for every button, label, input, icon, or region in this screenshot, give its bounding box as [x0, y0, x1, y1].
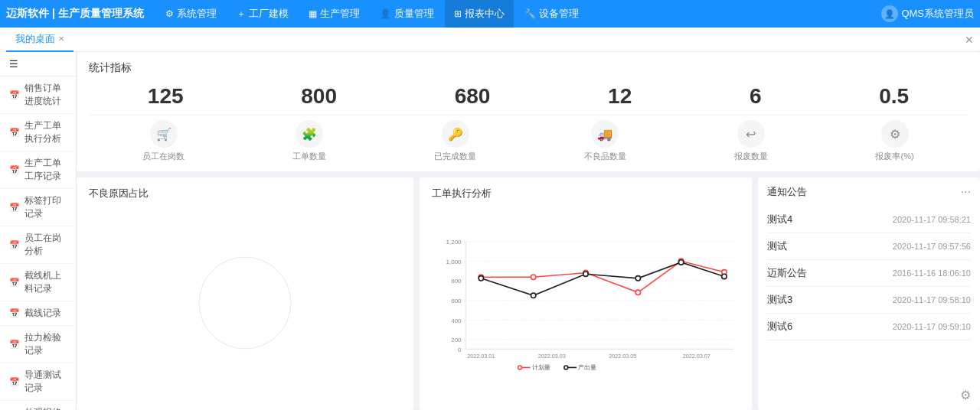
- svg-text:产出量: 产出量: [578, 364, 596, 371]
- stat-label-5: 报废率(%): [875, 151, 913, 162]
- calendar-icon-8: 📅: [9, 340, 20, 350]
- system-icon: ⚙: [165, 8, 174, 19]
- nav-factory[interactable]: ＋ 工厂建模: [227, 0, 298, 28]
- svg-text:2022.03.07: 2022.03.07: [683, 353, 710, 360]
- scrap-rate-icon: ⚙: [881, 120, 909, 148]
- workorder-chart-area: 1,200 1,000 800 600 400: [432, 207, 740, 399]
- stat-item-3: 🚚 不良品数量: [584, 120, 626, 162]
- tab-bar-close-icon[interactable]: ✕: [965, 34, 974, 46]
- sidebar-item-production-record[interactable]: 📅 生产工单工序记录: [0, 151, 76, 189]
- notification-title-2: 迈斯公告: [767, 266, 807, 280]
- main-nav: ⚙ 系统管理 ＋ 工厂建模 ▦ 生产管理 👤 质量管理 ⊞ 报表中心 🔧 设备管…: [156, 0, 881, 28]
- calendar-icon-9: 📅: [9, 377, 20, 387]
- svg-text:800: 800: [451, 278, 462, 285]
- nav-equipment[interactable]: 🔧 设备管理: [515, 0, 588, 28]
- svg-text:200: 200: [451, 337, 462, 343]
- notification-time-1: 2020-11-17 09:57:56: [893, 242, 971, 251]
- report-icon: ⊞: [454, 8, 462, 19]
- sidebar-item-appearance[interactable]: 📅 外观报修记录: [0, 401, 76, 410]
- tab-close-icon[interactable]: ✕: [58, 34, 64, 43]
- sidebar-item-label-print[interactable]: 📅 标签打印记录: [0, 189, 76, 226]
- workorder-icon: 🧩: [296, 120, 323, 148]
- quality-icon: 👤: [380, 8, 391, 19]
- notification-item-2[interactable]: 迈斯公告 2016-11-16 18:06:10: [767, 260, 971, 287]
- svg-text:0: 0: [458, 347, 462, 353]
- user-info[interactable]: 👤 QMS系统管理员: [881, 5, 974, 22]
- tab-dashboard[interactable]: 我的桌面 ✕: [6, 28, 74, 52]
- nav-quality[interactable]: 👤 质量管理: [371, 0, 443, 28]
- svg-point-33: [518, 366, 522, 369]
- stat-value-0: 125: [148, 84, 184, 109]
- stat-value-4: 6: [750, 84, 762, 109]
- notification-item-4[interactable]: 测试6 2020-11-17 09:59:10: [767, 314, 971, 340]
- sidebar-item-employee[interactable]: 📅 员工在岗分析: [0, 226, 76, 264]
- notification-title: 通知公告: [767, 185, 807, 199]
- defect-chart-area: [89, 207, 401, 399]
- svg-point-30: [678, 260, 683, 265]
- stat-value-1: 800: [301, 84, 337, 109]
- stats-title: 统计指标: [89, 61, 968, 75]
- stat-value-3: 12: [608, 84, 632, 109]
- sidebar-item-production-exec[interactable]: 📅 生产工单执行分析: [0, 114, 76, 151]
- sidebar-item-tension[interactable]: 📅 拉力检验记录: [0, 326, 76, 363]
- sidebar-item-wire-cut[interactable]: 📅 截线记录: [0, 301, 76, 326]
- app-logo: 迈斯软件 | 生产质量管理系统: [6, 7, 144, 21]
- calendar-icon-7: 📅: [9, 308, 20, 318]
- stats-divider: [89, 115, 968, 116]
- notification-item-1[interactable]: 测试 2020-11-17 09:57:56: [767, 233, 971, 260]
- main-layout: ☰ 📅 销售订单进度统计 📅 生产工单执行分析 📅 生产工单工序记录 📅 标签打…: [0, 52, 980, 410]
- workorder-title: 工单执行分析: [432, 187, 740, 200]
- svg-point-36: [564, 366, 568, 369]
- stats-icons: 🛒 员工在岗数 🧩 工单数量 🔑 已完成数量 🚚 不良品数量 ↩ 报: [89, 120, 968, 162]
- svg-text:计划量: 计划量: [532, 364, 550, 371]
- notification-item-0[interactable]: 测试4 2020-11-17 09:58:21: [767, 207, 971, 233]
- app-header: 迈斯软件 | 生产质量管理系统 ⚙ 系统管理 ＋ 工厂建模 ▦ 生产管理 👤 质…: [0, 0, 980, 28]
- notification-panel: 通知公告 ··· 测试4 2020-11-17 09:58:21 测试 2020…: [758, 177, 980, 410]
- avatar: 👤: [881, 5, 898, 22]
- svg-point-23: [635, 290, 640, 294]
- settings-gear-icon[interactable]: ⚙: [960, 388, 971, 402]
- svg-text:2022.03.01: 2022.03.01: [467, 353, 495, 360]
- employee-icon: 🛒: [150, 120, 178, 148]
- stat-label-3: 不良品数量: [584, 151, 626, 162]
- notification-item-3[interactable]: 测试3 2020-11-17 09:58:10: [767, 287, 971, 314]
- stat-label-0: 员工在岗数: [142, 151, 185, 162]
- stat-item-0: 🛒 员工在岗数: [142, 120, 185, 162]
- equipment-icon: 🔧: [524, 8, 536, 19]
- nav-report[interactable]: ⊞ 报表中心: [445, 0, 514, 28]
- sidebar-item-conduction[interactable]: 📅 导通测试记录: [0, 363, 76, 401]
- svg-point-0: [199, 257, 291, 349]
- stat-item-5: ⚙ 报废率(%): [875, 120, 913, 162]
- stats-panel: 统计指标 125 800 680 12 6 0.5 🛒 员工在岗数 🧩 工单数量: [77, 52, 980, 171]
- bottom-panels: 不良原因占比 工单执行分析: [77, 177, 980, 410]
- svg-point-31: [722, 274, 727, 278]
- defect-chart: [161, 234, 329, 372]
- calendar-icon-2: 📅: [9, 128, 20, 138]
- nav-production[interactable]: ▦ 生产管理: [299, 0, 369, 28]
- notification-time-3: 2020-11-17 09:58:10: [893, 295, 971, 304]
- right-content: 统计指标 125 800 680 12 6 0.5 🛒 员工在岗数 🧩 工单数量: [77, 52, 980, 410]
- notification-title-1: 测试: [767, 239, 787, 253]
- svg-text:600: 600: [451, 298, 462, 304]
- svg-point-28: [583, 272, 588, 276]
- calendar-icon-6: 📅: [9, 278, 20, 288]
- workorder-panel: 工单执行分析 1,200 1,000: [420, 177, 752, 410]
- menu-icon: ☰: [9, 58, 18, 70]
- stats-numbers: 125 800 680 12 6 0.5: [89, 84, 968, 109]
- defect-panel: 不良原因占比: [77, 177, 413, 410]
- svg-point-27: [531, 293, 535, 298]
- notification-header: 通知公告 ···: [767, 185, 971, 199]
- notification-title-3: 测试3: [767, 293, 792, 307]
- notification-title-4: 测试6: [767, 320, 792, 334]
- nav-system[interactable]: ⚙ 系统管理: [156, 0, 226, 28]
- stat-item-4: ↩ 报废数量: [734, 120, 768, 162]
- sidebar-item-wire-feed[interactable]: 📅 截线机上料记录: [0, 264, 76, 301]
- tab-bar: 我的桌面 ✕ ✕: [0, 28, 980, 52]
- svg-text:2022.03.05: 2022.03.05: [609, 353, 636, 360]
- defect-icon: 🚚: [591, 120, 619, 148]
- notification-more-icon[interactable]: ···: [961, 185, 971, 199]
- sidebar-item-sales[interactable]: 📅 销售订单进度统计: [0, 76, 76, 114]
- sidebar-header[interactable]: ☰: [0, 52, 76, 76]
- calendar-icon-4: 📅: [9, 203, 20, 213]
- svg-point-29: [635, 276, 640, 281]
